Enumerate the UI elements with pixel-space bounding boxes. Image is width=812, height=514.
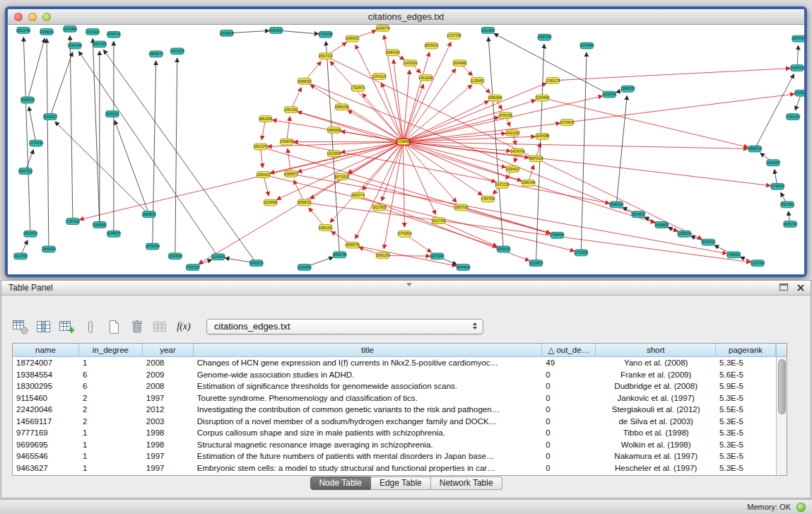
- graph-node[interactable]: 18444826: [456, 264, 471, 271]
- graph-node[interactable]: 10246679: [107, 230, 122, 237]
- graph-node[interactable]: 13471628: [170, 48, 185, 54]
- column-header-year[interactable]: year: [143, 344, 194, 356]
- graph-node[interactable]: 17852369: [786, 114, 801, 120]
- graph-node[interactable]: 11576402: [792, 35, 804, 42]
- column-header-short[interactable]: short: [596, 344, 716, 356]
- column-header-pagerank[interactable]: pagerank: [716, 344, 776, 356]
- graph-node[interactable]: 16541780: [332, 252, 347, 258]
- graph-node[interactable]: 16055709: [345, 242, 360, 248]
- graph-node[interactable]: 19565683: [326, 127, 341, 133]
- table-row[interactable]: 977716911998Corpus callosum shape and si…: [13, 427, 776, 439]
- graph-node[interactable]: 19284617: [505, 166, 520, 173]
- graph-node[interactable]: 17367616: [66, 218, 81, 225]
- new-column-icon[interactable]: [58, 318, 76, 335]
- graph-node[interactable]: 16893314: [609, 201, 624, 208]
- graph-node[interactable]: 15254584: [535, 95, 550, 101]
- graph-node[interactable]: 17931027: [186, 264, 201, 271]
- table-row[interactable]: 1456911722003Disruption of a novel membe…: [13, 416, 776, 428]
- graph-node[interactable]: 12647935: [790, 65, 804, 71]
- graph-node[interactable]: 18023748: [16, 27, 31, 33]
- graph-node[interactable]: 18256331: [105, 111, 120, 117]
- zoom-window-button[interactable]: [42, 13, 51, 21]
- graph-node[interactable]: 14078704: [510, 148, 525, 155]
- graph-node[interactable]: 15907518: [18, 168, 33, 175]
- graph-node[interactable]: 13940528: [620, 86, 635, 92]
- graph-node[interactable]: 16708429: [770, 183, 785, 189]
- graph-node[interactable]: 13682204: [42, 246, 57, 252]
- graph-node[interactable]: 16238566: [263, 199, 278, 206]
- graph-node[interactable]: 10687294: [537, 34, 552, 40]
- graph-node[interactable]: 12217939: [447, 33, 461, 39]
- graph-node[interactable]: 14027823: [93, 41, 107, 47]
- graph-node[interactable]: 17082175: [546, 77, 560, 83]
- graph-node[interactable]: 19086053: [297, 78, 312, 84]
- column-header-name[interactable]: name: [13, 344, 79, 356]
- graph-node[interactable]: 10359827: [43, 114, 58, 120]
- table-row[interactable]: 1830029562008Estimation of significance …: [13, 380, 776, 392]
- graph-node[interactable]: 17584466: [550, 232, 565, 238]
- graph-node[interactable]: 18356790: [783, 221, 798, 228]
- graph-node[interactable]: 18168839: [654, 222, 669, 228]
- graph-node[interactable]: 13861446: [521, 180, 536, 186]
- graph-node[interactable]: 18279465: [579, 42, 594, 49]
- column-header-title[interactable]: title: [194, 344, 543, 356]
- graph-node[interactable]: 17160238: [318, 31, 333, 37]
- graph-node[interactable]: 12374125: [372, 74, 387, 80]
- graph-node[interactable]: 10892260: [334, 104, 349, 110]
- graph-node[interactable]: 12838191: [496, 246, 511, 252]
- close-panel-icon[interactable]: [796, 282, 805, 295]
- table-row[interactable]: 2242004622012Investigating the contribut…: [13, 404, 776, 416]
- graph-node[interactable]: 11485263: [93, 222, 107, 228]
- graph-node[interactable]: 15493067: [269, 27, 283, 33]
- function-builder-button[interactable]: f(x): [175, 318, 193, 335]
- graph-node[interactable]: 16770329: [334, 174, 349, 180]
- graph-node[interactable]: 13316645: [297, 264, 312, 271]
- show-columns-icon[interactable]: [35, 318, 53, 335]
- graph-node[interactable]: 12504588: [168, 253, 183, 259]
- column-header-in_degree[interactable]: in_degree: [79, 344, 143, 356]
- graph-node[interactable]: 15817013: [318, 53, 333, 59]
- table-row[interactable]: 969969511998Structural magnetic resonanc…: [13, 439, 776, 451]
- graph-node[interactable]: 17548746: [279, 139, 294, 145]
- graph-node[interactable]: 16024857: [481, 27, 495, 33]
- graph-node[interactable]: 12936518: [220, 30, 235, 36]
- graph-node[interactable]: 10923561: [780, 201, 795, 208]
- graph-node[interactable]: 12741194: [29, 140, 43, 146]
- graph-node[interactable]: 13129934: [326, 151, 341, 157]
- graph-node[interactable]: 18875329: [529, 156, 543, 162]
- graph-node[interactable]: 18698321: [297, 199, 312, 206]
- table-row[interactable]: 946554611997Estimation of the future num…: [13, 450, 776, 462]
- graph-node[interactable]: 13264057: [766, 160, 781, 166]
- graph-node[interactable]: 12990417: [256, 172, 271, 178]
- graph-node[interactable]: 9733105: [499, 112, 512, 119]
- graph-node[interactable]: 10075349: [430, 253, 445, 259]
- graph-node[interactable]: 18381253: [375, 252, 390, 259]
- graph-node[interactable]: 1724090: [397, 139, 410, 145]
- graph-node[interactable]: 16421592: [505, 129, 520, 136]
- graph-node[interactable]: 15219873: [529, 260, 543, 267]
- graph-node[interactable]: 19598314: [748, 146, 763, 152]
- delete-table-icon[interactable]: [128, 318, 146, 335]
- graph-node[interactable]: 17924471: [351, 85, 365, 91]
- graph-node[interactable]: 11644388: [535, 133, 549, 139]
- new-table-icon[interactable]: [105, 318, 123, 335]
- graph-node[interactable]: 18227835: [372, 204, 387, 211]
- graph-node[interactable]: 11164903: [211, 254, 225, 260]
- graph-node[interactable]: 9603774: [352, 192, 365, 199]
- table-row[interactable]: 911546021997Tourette syndrome. Phenomeno…: [13, 392, 776, 404]
- graph-node[interactable]: 11899631: [40, 28, 54, 35]
- graph-node[interactable]: 15108246: [794, 90, 804, 96]
- float-panel-icon[interactable]: [779, 282, 789, 295]
- graph-node[interactable]: 19206741: [602, 91, 617, 98]
- graph-node[interactable]: 19845073: [149, 51, 164, 57]
- window-titlebar[interactable]: citations_edges.txt: [8, 9, 804, 25]
- graph-node[interactable]: 19342186: [68, 42, 83, 49]
- graph-node[interactable]: 10588573: [283, 171, 298, 177]
- graph-node[interactable]: 15378452: [63, 25, 78, 32]
- table-row[interactable]: 946362711997Embryonic stem cells: a mode…: [13, 462, 776, 474]
- column-header-out_de[interactable]: △ out_de…: [542, 344, 596, 356]
- table-row[interactable]: 1872400712008Changes of HCN gene express…: [13, 357, 776, 369]
- graph-node[interactable]: 17468523: [726, 252, 741, 258]
- graph-node[interactable]: 11431683: [403, 60, 417, 66]
- graph-node[interactable]: 17615220: [86, 28, 100, 35]
